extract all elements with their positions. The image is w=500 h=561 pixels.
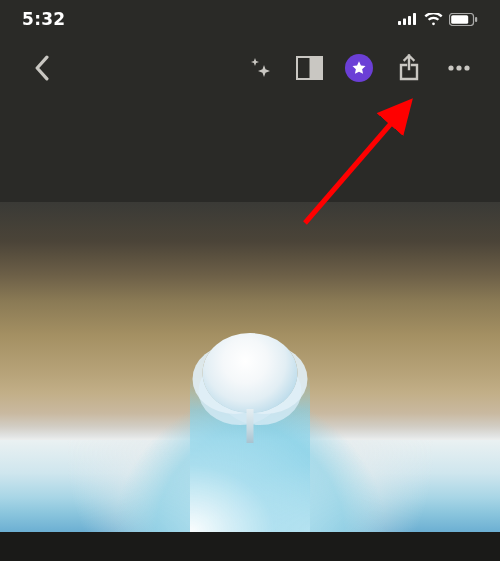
- sparkles-icon: [247, 56, 271, 80]
- star-icon: [351, 60, 367, 76]
- upper-gap: [0, 98, 500, 202]
- svg-rect-8: [309, 57, 322, 79]
- favorite-button[interactable]: [334, 46, 384, 90]
- photo-toolbar: [0, 38, 500, 98]
- effects-button[interactable]: [234, 46, 284, 90]
- svg-rect-0: [398, 21, 401, 25]
- photo-tree: [195, 333, 305, 443]
- back-button[interactable]: [16, 46, 66, 90]
- more-button[interactable]: [434, 46, 484, 90]
- share-button[interactable]: [384, 46, 434, 90]
- svg-rect-3: [413, 13, 416, 25]
- cellular-icon: [398, 13, 418, 25]
- lower-gap: [0, 532, 500, 561]
- status-indicators: [398, 13, 478, 26]
- chevron-left-icon: [33, 55, 50, 81]
- photo-content[interactable]: [0, 202, 500, 532]
- clock: 5:32: [22, 9, 65, 29]
- battery-icon: [449, 13, 478, 26]
- svg-point-11: [464, 65, 469, 70]
- ellipsis-icon: [447, 64, 471, 72]
- svg-rect-2: [408, 16, 411, 25]
- svg-rect-1: [403, 19, 406, 26]
- svg-rect-5: [451, 15, 468, 24]
- svg-point-9: [448, 65, 453, 70]
- split-rect-icon: [296, 56, 323, 80]
- wifi-icon: [424, 13, 443, 26]
- crop-rotate-button[interactable]: [284, 46, 334, 90]
- svg-point-10: [456, 65, 461, 70]
- status-bar: 5:32: [0, 0, 500, 38]
- svg-rect-6: [475, 17, 477, 22]
- star-badge: [345, 54, 373, 82]
- share-icon: [397, 54, 421, 82]
